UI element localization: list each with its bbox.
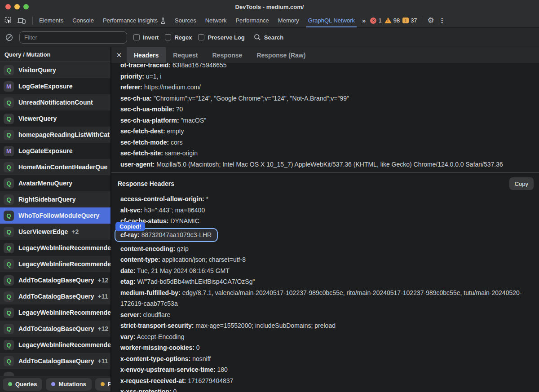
query-list-item[interactable]: Q AddToCatalogBaseQuery +11	[0, 288, 110, 304]
settings-gear-icon[interactable]: ⚙	[424, 16, 438, 25]
query-type-badge: Q	[4, 275, 14, 286]
query-list-item[interactable]: Q UserViewerEdge +2	[0, 224, 110, 240]
type-filter-pill[interactable]: Mutations	[46, 378, 91, 391]
query-list-item[interactable]: Q ViewerQuery	[0, 110, 110, 127]
issue-count: 37	[411, 17, 417, 24]
query-name: HomeMainContentHeaderQue	[18, 163, 107, 171]
cf-ray-focused-row[interactable]: cf-ray: 88732047aa1079c3-LHR Copied!	[115, 228, 218, 242]
query-list-item[interactable]: Q LegacyWebInlineRecommende	[0, 304, 110, 321]
tab-elements[interactable]: Elements	[35, 13, 68, 27]
tab-request[interactable]: Request	[166, 47, 205, 63]
console-warnings-badge[interactable]: ! 98	[384, 17, 400, 24]
query-list-item[interactable]: Q AvatarMenuQuery	[0, 175, 110, 191]
header-name: sec-fetch-mode:	[120, 139, 169, 146]
tab-memory[interactable]: Memory	[274, 13, 304, 27]
invert-checkbox-row[interactable]: Invert	[133, 34, 159, 41]
header-row: sec-ch-ua-platform: "macOS"	[120, 115, 534, 126]
query-name: AddToCatalogBaseQuery	[18, 357, 94, 365]
header-value: 0	[173, 388, 177, 392]
copy-button[interactable]: Copy	[509, 177, 534, 190]
invert-checkbox[interactable]	[133, 34, 140, 40]
tab-graphql-network[interactable]: GraphQL Network	[304, 13, 359, 27]
header-value: 1716279404837	[188, 377, 233, 384]
query-list-item[interactable]	[0, 369, 110, 376]
header-value: edgy/8.7.1, valencia/main-20240517-10223…	[120, 289, 521, 308]
header-name: medium-fulfilled-by:	[120, 289, 181, 296]
header-name: sec-ch-ua-mobile:	[120, 106, 174, 113]
tab-performance-insights[interactable]: Performance insights	[98, 13, 170, 27]
query-name: WhoToFollowModuleQuery	[18, 212, 99, 219]
tab-response-raw[interactable]: Response (Raw)	[249, 47, 313, 63]
header-value: Mozilla/5.0 (Macintosh; Intel Mac OS X 1…	[156, 161, 503, 168]
regex-checkbox-row[interactable]: Regex	[165, 34, 192, 41]
kebab-menu-icon[interactable]: ⋮	[438, 17, 450, 25]
device-toolbar-icon[interactable]	[17, 17, 26, 25]
toolbar-separator	[422, 17, 422, 25]
preserve-log-checkbox[interactable]	[198, 34, 204, 40]
query-type-badge: Q	[4, 227, 14, 237]
header-value: 88732047aa1079c3-LHR	[141, 231, 212, 238]
type-filter-pill[interactable]: Queries	[3, 378, 42, 391]
close-details-icon[interactable]: ✕	[111, 47, 127, 63]
query-name: homepageReadingListWithCat	[18, 131, 110, 138]
header-name: x-request-received-at:	[120, 377, 186, 384]
query-name: LegacyWebInlineRecommende	[18, 341, 110, 348]
header-name: x-content-type-options:	[120, 355, 190, 362]
query-count-suffix: +12	[98, 325, 109, 332]
query-type-badge: M	[4, 81, 14, 92]
tab-performance[interactable]: Performance	[231, 13, 273, 27]
tab-response[interactable]: Response	[205, 47, 250, 63]
query-name: AddToCatalogBaseQuery	[18, 277, 94, 284]
query-type-badge: Q	[4, 97, 14, 108]
flask-icon	[160, 18, 166, 24]
headers-scroll-area[interactable]: ot-tracer-traceid: 63f8ad1675946655 prio…	[111, 63, 539, 392]
issues-icon: !	[402, 18, 409, 23]
header-name: worker-missing-cookies:	[120, 344, 194, 351]
header-name: alt-svc:	[120, 207, 142, 214]
header-row: date: Tue, 21 May 2024 08:16:45 GMT	[120, 265, 534, 277]
header-value: "macOS"	[181, 117, 207, 124]
tab-sources[interactable]: Sources	[170, 13, 201, 27]
type-filter-pill[interactable]: Pers	[95, 378, 110, 391]
preserve-log-checkbox-row[interactable]: Preserve Log	[198, 34, 244, 41]
query-list-item[interactable]: Q LegacyWebInlineRecommende	[0, 256, 110, 272]
tab-network[interactable]: Network	[201, 13, 231, 27]
query-list-item[interactable]: Q LegacyWebInlineRecommende	[0, 337, 110, 353]
filter-input[interactable]	[19, 31, 127, 44]
query-list-item[interactable]: Q VisitorQuery	[0, 62, 110, 78]
tab-console[interactable]: Console	[68, 13, 98, 27]
query-list-item[interactable]: M LogGateExposure	[0, 78, 110, 94]
header-row: cf-cache-status: DYNAMIC	[120, 216, 534, 227]
regex-checkbox[interactable]	[165, 34, 171, 40]
query-list-item[interactable]: Q AddToCatalogBaseQuery +12	[0, 272, 110, 288]
issues-badge[interactable]: ! 37	[402, 17, 417, 24]
header-value: cors	[171, 139, 182, 146]
query-list-item[interactable]: Q AddToCatalogBaseQuery +12	[0, 321, 110, 337]
query-list-item[interactable]: Q UnreadNotificationCount	[0, 94, 110, 110]
more-tabs-button[interactable]: »	[359, 17, 367, 24]
query-list-item[interactable]: Q homepageReadingListWithCat	[0, 127, 110, 143]
header-row: server: cloudflare	[120, 309, 534, 321]
query-type-badge: Q	[4, 65, 14, 75]
type-color-dot	[51, 382, 55, 386]
type-color-dot	[101, 382, 105, 386]
header-value: W/"7ad-bd5dBb4wthLEkfBisp4CA7/OzSg"	[137, 278, 255, 285]
header-value: Tue, 21 May 2024 08:16:45 GMT	[137, 267, 230, 274]
header-value: gzip	[177, 245, 189, 252]
header-name: server:	[120, 311, 141, 318]
query-list-item[interactable]: Q HomeMainContentHeaderQue	[0, 159, 110, 175]
query-list-item[interactable]: Q LegacyWebInlineRecommende	[0, 240, 110, 256]
inspect-element-icon[interactable]	[4, 17, 13, 25]
query-list-item[interactable]: M LogGateExposure	[0, 143, 110, 159]
details-tabstrip: ✕ Headers Request Response Response (Raw…	[111, 47, 539, 63]
header-row: sec-fetch-site: same-origin	[120, 148, 534, 159]
clear-filter-icon[interactable]	[5, 34, 13, 41]
tab-headers[interactable]: Headers	[127, 47, 166, 63]
console-errors-badge[interactable]: ✕ 1	[370, 17, 381, 24]
query-list-item[interactable]: Q RightSidebarQuery	[0, 191, 110, 207]
query-sidebar: Query / Mutation Q VisitorQuery M LogGat…	[0, 47, 111, 392]
query-list-item[interactable]: Q AddToCatalogBaseQuery +11	[0, 353, 110, 369]
search-control[interactable]: Search	[254, 34, 283, 41]
query-list-item[interactable]: Q WhoToFollowModuleQuery	[0, 207, 110, 224]
header-value: ?0	[176, 106, 183, 113]
